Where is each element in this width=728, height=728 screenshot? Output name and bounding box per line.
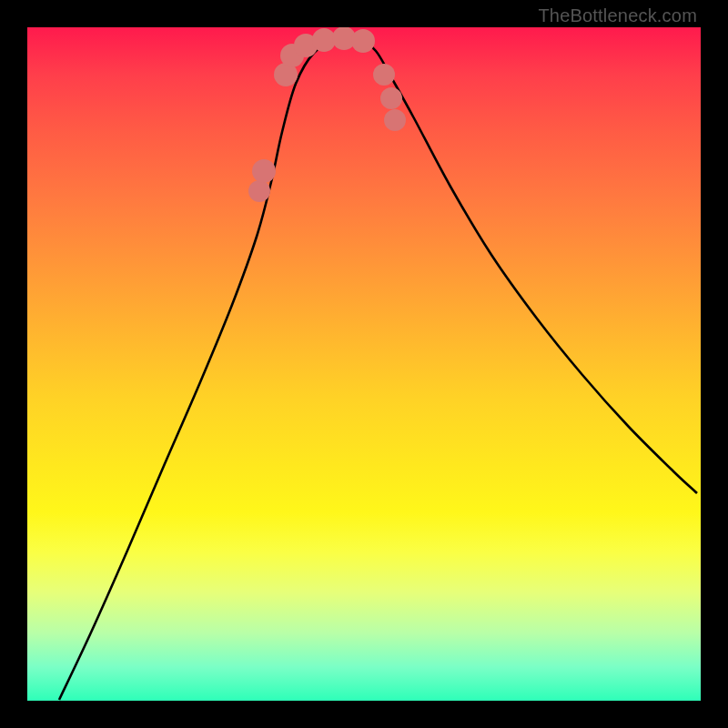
- data-marker: [312, 28, 336, 52]
- chart-area: [27, 27, 701, 701]
- data-marker: [351, 29, 375, 53]
- data-markers: [248, 27, 406, 202]
- data-marker: [380, 87, 402, 109]
- chart-svg: [27, 27, 701, 701]
- data-marker: [384, 109, 406, 131]
- data-marker: [252, 159, 276, 183]
- data-marker: [373, 64, 395, 86]
- data-marker: [248, 180, 270, 202]
- bottleneck-curve: [59, 37, 697, 700]
- watermark-text: TheBottleneck.com: [538, 5, 697, 26]
